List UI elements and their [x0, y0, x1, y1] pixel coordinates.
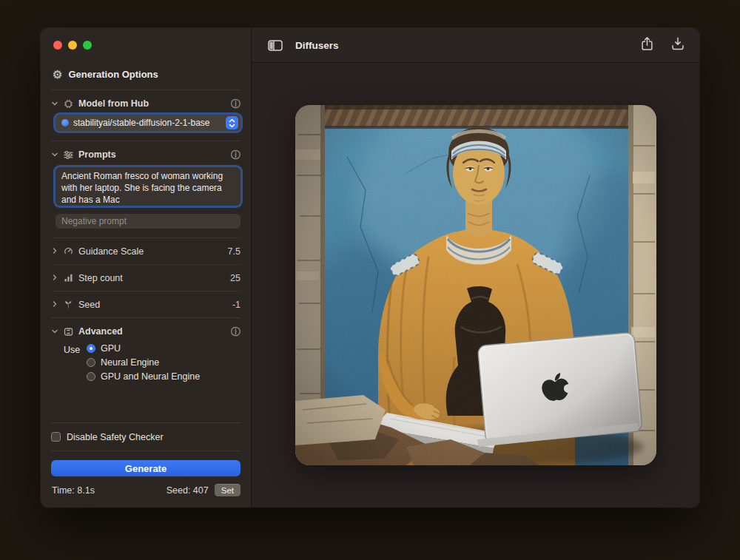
chevron-down-icon: [51, 328, 58, 335]
vertical-sliders-icon: [64, 327, 73, 337]
model-section-row[interactable]: Model from Hub ⓘ: [51, 94, 240, 113]
advanced-section-label: Advanced: [78, 326, 123, 337]
divider: [51, 141, 240, 141]
step-count-value: 25: [230, 273, 240, 283]
divider: [51, 451, 240, 451]
chevron-right-icon: [51, 300, 58, 310]
guidance-scale-label: Guidance Scale: [78, 246, 144, 257]
traffic-lights: [51, 28, 240, 50]
radio-gpu-and-neural-engine-label: GPU and Neural Engine: [101, 371, 200, 382]
main-area: Diffusers: [252, 28, 699, 507]
chevron-down-icon: [51, 100, 58, 107]
radio-neural-engine-label: Neural Engine: [101, 357, 159, 368]
safety-checker-label: Disable Safety Checker: [67, 432, 164, 442]
divider: [51, 264, 240, 265]
step-count-row[interactable]: Step count 25: [51, 269, 240, 287]
gauge-icon: [64, 246, 73, 256]
chevron-right-icon: [51, 246, 58, 257]
image-canvas: [252, 63, 699, 507]
generated-image-fresco: [295, 105, 656, 465]
sidebar: ⚙ Generation Options Model from Hub ⓘ st…: [41, 28, 252, 507]
seed-sprout-icon: [64, 300, 73, 309]
chevron-down-icon: [51, 151, 58, 158]
radio-gpu[interactable]: [87, 344, 95, 353]
negative-prompt-input[interactable]: [56, 214, 240, 229]
info-icon[interactable]: ⓘ: [231, 99, 240, 109]
prompts-section-label: Prompts: [78, 149, 116, 160]
zoom-button[interactable]: [83, 41, 92, 50]
seed-label: Seed: [78, 300, 100, 310]
sidebar-toggle-icon[interactable]: [268, 40, 283, 51]
radio-neural-engine[interactable]: [87, 358, 95, 367]
select-stepper-icon[interactable]: [226, 116, 238, 129]
model-dot-icon: [61, 119, 69, 126]
download-icon[interactable]: [671, 36, 684, 54]
status-bar: Time: 8.1s Seed: 407 Set: [51, 484, 240, 507]
steps-icon: [64, 273, 73, 283]
guidance-scale-value: 7.5: [228, 246, 240, 257]
generate-button[interactable]: Generate: [51, 460, 240, 476]
divider: [51, 317, 240, 318]
safety-checker-checkbox[interactable]: [51, 432, 61, 442]
safety-checker-row[interactable]: Disable Safety Checker: [51, 427, 240, 447]
guidance-scale-row[interactable]: Guidance Scale 7.5: [51, 242, 240, 260]
close-button[interactable]: [53, 41, 62, 50]
divider: [51, 422, 240, 423]
divider: [51, 237, 240, 238]
info-icon[interactable]: ⓘ: [231, 150, 240, 160]
step-count-label: Step count: [78, 273, 123, 283]
generated-image: [295, 105, 656, 465]
sliders-icon: [64, 150, 73, 160]
model-section-label: Model from Hub: [78, 98, 149, 109]
sidebar-bottom-group: Disable Safety Checker Generate Time: 8.…: [51, 419, 240, 507]
titlebar: Diffusers: [252, 28, 699, 63]
generation-options-icon: ⚙: [53, 69, 62, 80]
radio-option-gpu-and-neural-engine[interactable]: GPU and Neural Engine: [87, 371, 240, 382]
model-select-value: stabilityai/stable-diffusion-2-1-base: [73, 118, 221, 128]
info-icon[interactable]: ⓘ: [231, 327, 240, 337]
prompts-section-row[interactable]: Prompts ⓘ: [51, 145, 240, 164]
model-select[interactable]: stabilityai/stable-diffusion-2-1-base: [56, 115, 240, 131]
share-icon[interactable]: [641, 36, 653, 54]
divider: [51, 291, 240, 291]
advanced-section-row[interactable]: Advanced ⓘ: [51, 322, 240, 341]
radio-gpu-label: GPU: [101, 343, 121, 354]
minimize-button[interactable]: [68, 41, 77, 50]
generation-time: Time: 8.1s: [52, 485, 95, 496]
chevron-right-icon: [51, 273, 58, 283]
result-seed: Seed: 407: [166, 485, 209, 496]
seed-row[interactable]: Seed -1: [51, 295, 240, 314]
prompt-input[interactable]: Ancient Roman fresco of woman working wi…: [56, 167, 240, 206]
seed-value: -1: [232, 300, 240, 310]
compute-unit-group: Use GPU Neural Engine GPU and Neural Eng…: [51, 343, 240, 382]
radio-option-gpu[interactable]: GPU: [87, 343, 240, 354]
chip-icon: [64, 99, 73, 109]
diffusers-window: ⚙ Generation Options Model from Hub ⓘ st…: [41, 28, 699, 507]
set-seed-button[interactable]: Set: [215, 484, 240, 496]
sidebar-title: Generation Options: [68, 69, 158, 80]
sidebar-header: ⚙ Generation Options: [53, 69, 240, 80]
window-title: Diffusers: [295, 40, 339, 51]
radio-gpu-and-neural-engine[interactable]: [87, 372, 95, 381]
radio-option-neural-engine[interactable]: Neural Engine: [87, 357, 240, 368]
use-label: Use: [64, 343, 87, 382]
divider: [51, 90, 240, 90]
